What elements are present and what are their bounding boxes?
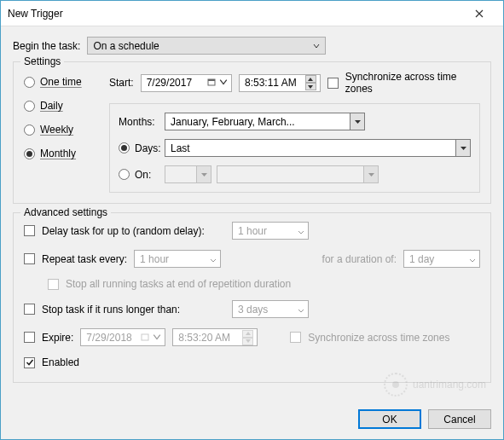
radio-daily[interactable]: Daily — [24, 100, 97, 112]
on-week-dropdown — [165, 165, 211, 183]
on-day-dropdown — [217, 165, 379, 183]
start-date-value: 7/29/2017 — [147, 77, 192, 89]
calendar-icon — [207, 77, 216, 89]
chevron-down-icon — [469, 253, 476, 265]
chevron-down-icon — [298, 304, 304, 316]
window-title: New Trigger — [8, 8, 462, 20]
start-label: Start: — [109, 77, 134, 89]
dropdown-button-icon — [455, 140, 470, 156]
radio-onetime[interactable]: One time — [24, 76, 97, 88]
repeat-label: Repeat task every: — [42, 253, 127, 265]
expire-time-picker: 8:53:20 AM — [172, 328, 258, 346]
stop-long-label: Stop task if it runs longer than: — [42, 304, 225, 316]
sync-timezones-checkbox[interactable] — [327, 78, 339, 89]
days-dropdown[interactable]: Last — [165, 139, 471, 157]
time-spinner[interactable] — [305, 75, 316, 90]
delay-combo: 1 hour — [232, 222, 309, 240]
expire-label: Expire: — [42, 332, 73, 344]
settings-legend: Settings — [20, 55, 64, 67]
start-time-value: 8:53:11 AM — [245, 77, 297, 89]
chevron-down-icon — [219, 77, 228, 89]
begin-task-label: Begin the task: — [13, 40, 80, 52]
close-icon — [475, 9, 484, 18]
stop-long-checkbox[interactable] — [24, 304, 35, 315]
expire-date-picker: 7/29/2018 — [80, 328, 165, 346]
settings-group: Settings One time Daily Weekly Monthly S… — [13, 61, 491, 204]
enabled-checkbox[interactable] — [24, 357, 35, 368]
radio-on[interactable]: On: — [119, 169, 165, 181]
expire-checkbox[interactable] — [24, 332, 35, 343]
enabled-label: Enabled — [42, 356, 79, 368]
time-spinner — [242, 330, 253, 345]
months-label: Months: — [119, 116, 165, 128]
schedule-detail-box: Months: January, February, March... Days… — [109, 103, 480, 193]
duration-label: for a duration of: — [322, 253, 397, 265]
close-button[interactable] — [462, 2, 496, 26]
radio-monthly[interactable]: Monthly — [24, 148, 97, 159]
start-time-picker[interactable]: 8:53:11 AM — [239, 74, 321, 92]
days-value: Last — [171, 142, 190, 154]
chevron-down-icon — [313, 40, 320, 52]
expire-sync-label: Synchronize across time zones — [308, 332, 449, 344]
chevron-down-icon — [210, 253, 217, 265]
ok-button[interactable]: OK — [358, 409, 421, 429]
cancel-button[interactable]: Cancel — [428, 409, 491, 429]
calendar-icon — [141, 332, 149, 344]
repeat-combo: 1 hour — [134, 250, 221, 268]
stop-repeat-label: Stop all running tasks at end of repetit… — [66, 278, 291, 290]
titlebar: New Trigger — [1, 1, 503, 26]
radio-weekly[interactable]: Weekly — [24, 124, 97, 136]
chevron-down-icon — [298, 225, 304, 237]
duration-combo: 1 day — [403, 250, 480, 268]
dropdown-button-icon — [363, 166, 378, 182]
dialog-window: New Trigger Begin the task: On a schedul… — [0, 0, 504, 440]
sync-timezones-label: Synchronize across time zones — [345, 71, 480, 95]
stop-repeat-checkbox — [48, 279, 59, 290]
begin-task-select[interactable]: On a schedule — [87, 37, 326, 55]
delay-label: Delay task for up to (random delay): — [42, 225, 225, 237]
delay-checkbox[interactable] — [24, 225, 35, 236]
begin-task-value: On a schedule — [93, 40, 159, 52]
start-date-picker[interactable]: 7/29/2017 — [141, 74, 232, 92]
dropdown-button-icon — [350, 113, 364, 130]
svg-rect-2 — [142, 334, 148, 340]
chevron-down-icon — [153, 332, 161, 344]
repeat-checkbox[interactable] — [24, 253, 35, 264]
stop-long-combo: 3 days — [232, 300, 309, 318]
radio-days[interactable]: Days: — [119, 142, 165, 154]
months-value: January, February, March... — [171, 116, 295, 128]
advanced-legend: Advanced settings — [20, 206, 111, 218]
expire-sync-checkbox — [290, 332, 301, 343]
months-dropdown[interactable]: January, February, March... — [165, 113, 365, 130]
svg-rect-1 — [208, 79, 215, 81]
dropdown-button-icon — [196, 166, 211, 182]
advanced-group: Advanced settings Delay task for up to (… — [13, 212, 491, 383]
